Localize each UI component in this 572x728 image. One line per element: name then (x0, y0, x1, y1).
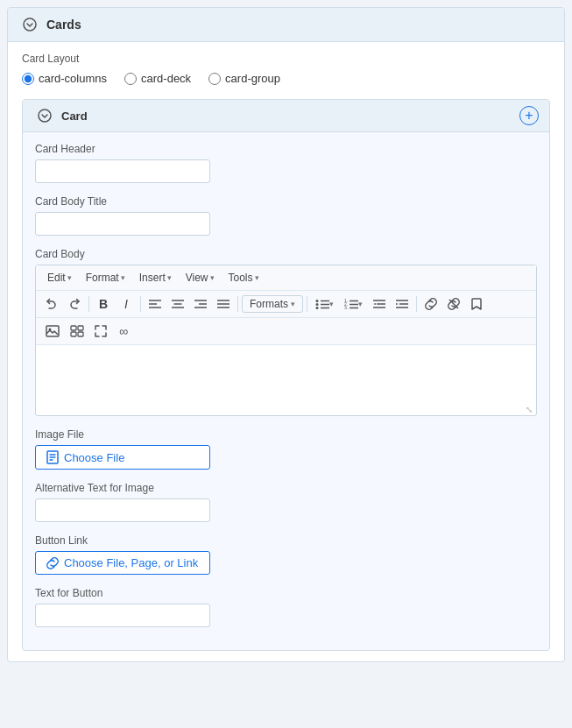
text-for-button-input[interactable] (35, 604, 210, 627)
card-inner-title: Card (61, 110, 88, 123)
rte-menu-bar: Edit ▾ Format ▾ Insert ▾ (36, 265, 536, 291)
rte-indent-button[interactable] (392, 296, 413, 312)
edit-arrow: ▾ (67, 273, 72, 282)
svg-point-0 (24, 18, 36, 31)
rte-outdent-button[interactable] (369, 296, 390, 312)
card-inner-header-left: Card (33, 106, 88, 125)
card-header-label: Card Header (35, 143, 537, 155)
rte-image-button[interactable] (41, 322, 64, 340)
button-link-group: Button Link Choose File, Page, or Link (35, 534, 537, 575)
rte-unordered-list-button[interactable]: ▾ (311, 296, 338, 313)
radio-card-deck[interactable]: card-deck (124, 72, 191, 85)
radio-card-group-input[interactable] (208, 73, 221, 85)
alt-text-input[interactable] (35, 498, 210, 522)
card-layout-group: Card Layout card-columns card-deck card-… (22, 53, 550, 85)
rte-justify-button[interactable] (213, 296, 234, 312)
rte-bookmark-button[interactable] (466, 295, 487, 313)
rte-grid-image-button[interactable] (66, 322, 88, 340)
card-inner-panel-header: Card + (23, 100, 549, 132)
cards-panel-header: Cards (8, 8, 564, 42)
rte-unlink-button[interactable] (443, 295, 464, 313)
rte-resize-handle[interactable]: ⤡ (526, 405, 534, 413)
card-body-group: Card Body Edit ▾ Format ▾ (35, 248, 537, 416)
radio-card-columns-input[interactable] (22, 73, 34, 85)
rte-view-menu[interactable]: View ▾ (180, 269, 221, 286)
radio-card-columns[interactable]: card-columns (22, 72, 107, 85)
svg-point-14 (316, 300, 319, 302)
radio-card-group-label: card-group (225, 72, 280, 85)
rte-insert-menu[interactable]: Insert ▾ (133, 269, 178, 286)
rte-fullscreen-button[interactable] (90, 322, 111, 340)
cards-panel-body: Card Layout card-columns card-deck card-… (8, 42, 564, 661)
rte-bold-button[interactable]: B (93, 294, 114, 314)
format-arrow: ▾ (121, 273, 125, 282)
image-file-label: Image File (35, 428, 537, 441)
insert-arrow: ▾ (167, 273, 172, 282)
card-header-input[interactable] (35, 159, 210, 183)
rte-divider-3 (237, 296, 238, 312)
button-link-label-text: Choose File, Page, or Link (64, 556, 198, 569)
card-body-title-group: Card Body Title (35, 195, 537, 236)
rte-toolbar-row3: ∞ (36, 318, 536, 345)
card-body-title-input[interactable] (35, 212, 210, 236)
tools-arrow: ▾ (255, 273, 259, 282)
svg-text:3.: 3. (344, 305, 348, 310)
rte-body[interactable]: ⤡ (36, 345, 536, 415)
rte-edit-menu[interactable]: Edit ▾ (41, 269, 78, 286)
ol-arrow: ▾ (358, 300, 363, 308)
rte-ordered-list-button[interactable]: 1.2.3. ▾ (340, 296, 367, 313)
radio-card-deck-label: card-deck (141, 72, 191, 85)
cards-panel: Cards Card Layout card-columns card-deck… (7, 7, 565, 662)
image-file-button[interactable]: Choose File (35, 445, 210, 470)
rte-align-right-button[interactable] (190, 296, 211, 312)
rte-divider-1 (88, 296, 89, 312)
svg-rect-35 (71, 326, 76, 330)
svg-point-18 (316, 307, 319, 309)
text-for-button-group: Text for Button (35, 587, 537, 627)
image-file-button-label: Choose File (64, 451, 124, 464)
rte-formats-button[interactable]: Formats ▾ (242, 295, 303, 313)
rte-divider-4 (307, 296, 307, 312)
svg-point-1 (39, 110, 51, 122)
card-header-group: Card Header (35, 143, 537, 183)
card-inner-panel-body: Card Header Card Body Title Card Body (23, 132, 549, 650)
rte-link-button[interactable] (420, 295, 441, 313)
button-link-label: Button Link (35, 534, 537, 547)
rte-align-left-button[interactable] (145, 296, 166, 312)
add-card-button[interactable]: + (519, 106, 539, 125)
view-arrow: ▾ (210, 273, 215, 282)
rte-toolbar-row2: B I (36, 291, 536, 318)
radio-card-columns-label: card-columns (39, 72, 107, 85)
rte-align-center-button[interactable] (167, 296, 188, 312)
image-file-group: Image File Choose File (35, 428, 537, 470)
svg-rect-38 (78, 332, 83, 336)
alt-text-label: Alternative Text for Image (35, 482, 537, 494)
card-body-label: Card Body (35, 248, 537, 260)
ul-arrow: ▾ (329, 300, 334, 308)
rte-tools-menu[interactable]: Tools ▾ (222, 269, 265, 286)
radio-card-group[interactable]: card-group (208, 72, 280, 85)
card-body-title-label: Card Body Title (35, 195, 537, 208)
button-link-button[interactable]: Choose File, Page, or Link (35, 551, 210, 575)
rte-divider-5 (416, 296, 417, 312)
cards-title: Cards (46, 18, 81, 32)
rte-undo-button[interactable] (41, 295, 62, 313)
card-layout-label: Card Layout (22, 53, 550, 65)
card-layout-radio-group: card-columns card-deck card-group (22, 72, 550, 85)
formats-arrow: ▾ (291, 300, 295, 308)
rte-format-menu[interactable]: Format ▾ (80, 269, 131, 286)
alt-text-group: Alternative Text for Image (35, 482, 537, 522)
rte-italic-button[interactable]: I (116, 294, 137, 314)
text-for-button-label: Text for Button (35, 587, 537, 599)
card-inner-panel: Card + Card Header Card Body Title Card … (22, 99, 550, 651)
svg-point-16 (316, 303, 319, 306)
svg-rect-37 (71, 332, 76, 336)
cards-collapse-button[interactable] (18, 15, 41, 34)
svg-rect-36 (78, 326, 83, 330)
rte-divider-2 (140, 296, 141, 312)
rte-infinity-button[interactable]: ∞ (113, 322, 134, 341)
radio-card-deck-input[interactable] (124, 73, 137, 85)
card-collapse-button[interactable] (33, 106, 56, 125)
rte-redo-button[interactable] (64, 295, 85, 313)
rich-text-editor: Edit ▾ Format ▾ Insert ▾ (35, 265, 537, 416)
